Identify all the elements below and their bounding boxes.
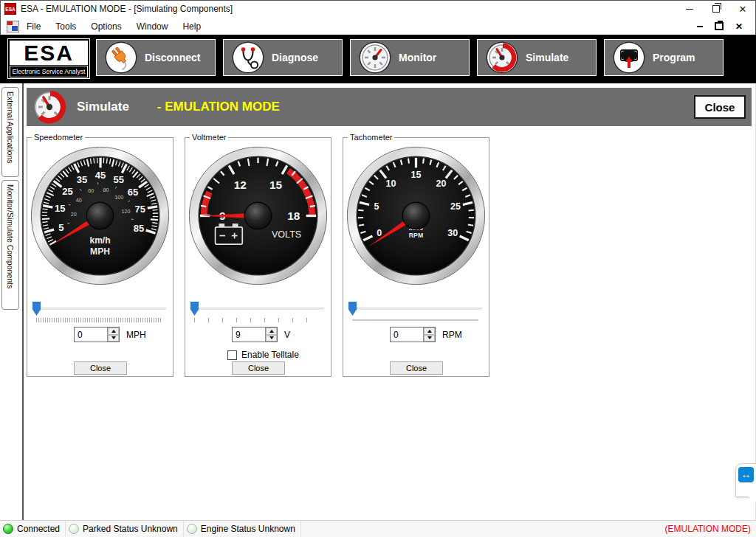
program-button[interactable]: Program xyxy=(604,39,724,76)
esa-logo-subtitle: Electronic Service Analyst xyxy=(10,66,88,77)
rpm-value-input[interactable]: 0 xyxy=(390,327,436,342)
window-title: ESA - EMULATION MODE - [Simulating Compo… xyxy=(21,4,233,14)
down-arrow-icon xyxy=(111,336,116,339)
menubar: File Tools Options Window Help ✕ xyxy=(0,18,756,35)
mdi-restore-icon[interactable] xyxy=(715,22,724,30)
close-icon: ✕ xyxy=(739,4,747,15)
svg-text:10: 10 xyxy=(385,179,396,189)
app-icon: ESA xyxy=(4,3,16,15)
unit-label: MPH xyxy=(126,330,146,340)
minimize-button[interactable] xyxy=(676,0,703,18)
svg-text:MPH: MPH xyxy=(90,246,110,257)
slider-thumb[interactable] xyxy=(32,302,41,316)
menu-options[interactable]: Options xyxy=(83,21,128,32)
emulation-mode-label: - EMULATION MODE xyxy=(157,100,280,114)
close-button[interactable]: ✕ xyxy=(729,0,756,18)
titlebar: ESA ESA - EMULATION MODE - [Simulating C… xyxy=(0,0,756,18)
up-arrow-icon xyxy=(111,330,116,333)
value-row: 9 V xyxy=(185,327,331,343)
svg-text:25: 25 xyxy=(62,186,72,197)
spin-up-button[interactable] xyxy=(108,328,119,335)
minimize-icon xyxy=(686,9,693,10)
slider-thumb[interactable] xyxy=(348,302,357,316)
svg-text:60: 60 xyxy=(88,187,94,194)
telltale-row: Enable Telltale xyxy=(227,350,299,360)
status-label: Connected xyxy=(17,524,60,534)
volt-value-input[interactable]: 9 xyxy=(232,327,278,342)
mdi-close-icon[interactable]: ✕ xyxy=(735,22,743,31)
sidebar-tab-monitor-simulate-components[interactable]: Monitor/Simulate Components xyxy=(1,180,19,310)
speed-value-input[interactable]: 0 xyxy=(74,327,120,342)
unit-label: V xyxy=(284,330,290,340)
mdi-child-icon xyxy=(7,21,19,32)
esa-logo-title: ESA xyxy=(10,41,88,65)
teamviewer-bubble[interactable]: ↔ xyxy=(735,463,756,497)
diagnose-button[interactable]: Diagnose xyxy=(223,39,343,76)
svg-text:18: 18 xyxy=(287,209,300,222)
menu-window[interactable]: Window xyxy=(129,21,176,32)
spin-up-button[interactable] xyxy=(266,328,277,335)
slider-tick-marks xyxy=(36,318,162,322)
simulate-gauge-icon xyxy=(32,90,66,124)
svg-text:20: 20 xyxy=(436,179,447,189)
svg-text:5: 5 xyxy=(58,222,63,233)
spin-up-button[interactable] xyxy=(424,328,435,335)
mdi-window-controls: ✕ xyxy=(697,22,743,31)
content-area: Simulate - EMULATION MODE Close Speedome… xyxy=(22,83,756,521)
tachometer-slider[interactable] xyxy=(348,302,484,316)
slider-tick-marks xyxy=(352,319,478,321)
disconnect-button[interactable]: Disconnect xyxy=(96,39,216,76)
spin-down-button[interactable] xyxy=(108,335,119,342)
header-close-button[interactable]: Close xyxy=(694,95,746,119)
plug-icon xyxy=(106,43,136,72)
svg-text:55: 55 xyxy=(113,174,123,185)
panel-title: Speedometer xyxy=(32,133,85,142)
stethoscope-icon xyxy=(233,43,263,72)
spin-down-button[interactable] xyxy=(266,335,277,342)
slider-track[interactable] xyxy=(34,308,166,310)
mdi-minimize-icon[interactable] xyxy=(697,26,703,27)
svg-text:0: 0 xyxy=(377,228,382,238)
spin-buttons xyxy=(265,328,277,342)
parked-led-icon xyxy=(69,524,79,534)
simulate-button[interactable]: Simulate xyxy=(477,39,597,76)
speedometer-slider[interactable] xyxy=(32,302,168,316)
sidebar-tab-external-applications[interactable]: External Applications xyxy=(1,87,19,177)
slider-thumb[interactable] xyxy=(190,302,199,316)
slider-tick-marks xyxy=(194,318,320,322)
status-connected: Connected xyxy=(0,521,66,537)
speedometer-close-button[interactable]: Close xyxy=(74,361,127,375)
program-label: Program xyxy=(653,52,695,63)
menu-file[interactable]: File xyxy=(19,21,48,32)
monitor-label: Monitor xyxy=(399,52,436,63)
spin-down-button[interactable] xyxy=(424,335,435,342)
slider-track[interactable] xyxy=(192,308,324,310)
simulate-header: Simulate - EMULATION MODE Close xyxy=(27,88,752,126)
svg-text:80: 80 xyxy=(103,187,109,193)
unit-label: RPM xyxy=(442,330,462,340)
slider-track[interactable] xyxy=(350,308,482,310)
svg-text:12: 12 xyxy=(234,179,247,191)
side-tab-strip: External Applications Monitor/Simulate C… xyxy=(0,83,22,521)
menu-help[interactable]: Help xyxy=(175,21,208,32)
esa-logo: ESA Electronic Service Analyst xyxy=(7,38,90,79)
up-arrow-icon xyxy=(427,330,432,333)
tachometer-close-button[interactable]: Close xyxy=(390,361,443,375)
restore-button[interactable] xyxy=(703,0,729,18)
panel-title: Tachometer xyxy=(348,133,394,142)
voltmeter-close-button[interactable]: Close xyxy=(232,361,285,375)
menu-tools[interactable]: Tools xyxy=(48,21,83,32)
voltmeter-slider[interactable] xyxy=(190,302,326,316)
main-area: External Applications Monitor/Simulate C… xyxy=(0,83,756,521)
svg-text:20: 20 xyxy=(71,211,77,218)
diagnose-label: Diagnose xyxy=(272,52,318,63)
page-title: Simulate xyxy=(77,100,129,114)
enable-telltale-checkbox[interactable] xyxy=(227,350,237,360)
svg-text:5: 5 xyxy=(374,201,379,212)
svg-text:RPM: RPM xyxy=(409,232,423,239)
connected-led-icon xyxy=(3,524,13,534)
value-row: 0 MPH xyxy=(27,327,173,343)
speedometer-panel: Speedometer 5152535455565758520406080100… xyxy=(27,137,173,377)
svg-text:30: 30 xyxy=(447,228,458,238)
monitor-button[interactable]: Monitor xyxy=(350,39,470,76)
